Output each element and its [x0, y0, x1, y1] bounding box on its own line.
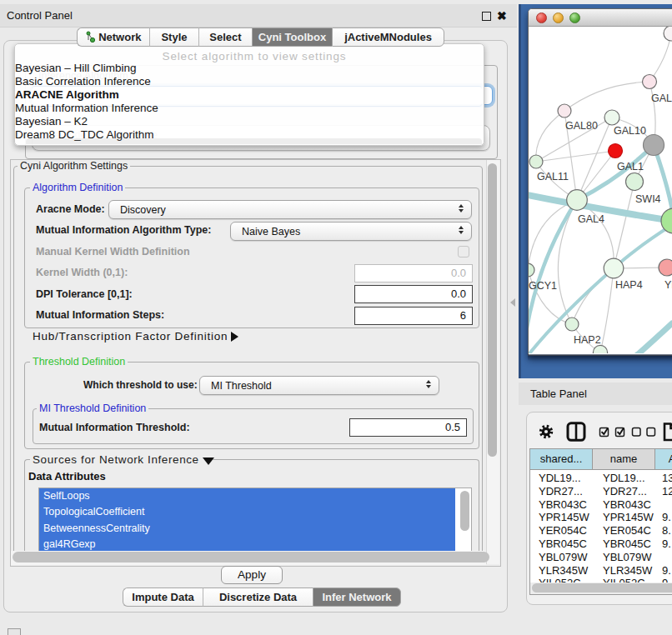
- svg-text:GAL10: GAL10: [614, 125, 646, 137]
- svg-text:GAL80: GAL80: [565, 120, 598, 132]
- svg-text:SWI4: SWI4: [635, 193, 661, 205]
- svg-text:YE: YE: [664, 279, 672, 291]
- svg-text:HAP4: HAP4: [615, 279, 643, 291]
- svg-text:GAL1: GAL1: [617, 161, 644, 172]
- svg-text:GAL11: GAL11: [537, 171, 569, 182]
- svg-text:HAP2: HAP2: [574, 334, 601, 346]
- svg-text:GCY1: GCY1: [529, 280, 557, 292]
- svg-text:GAL2: GAL2: [651, 92, 672, 104]
- svg-text:GAL4: GAL4: [578, 213, 604, 225]
